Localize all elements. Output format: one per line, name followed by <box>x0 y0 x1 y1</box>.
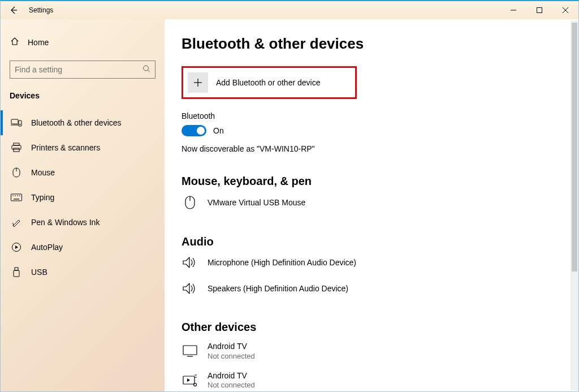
sidebar-item-printers[interactable]: Printers & scanners <box>1 135 165 160</box>
device-item[interactable]: Android TV Not connected <box>182 368 559 391</box>
bluetooth-toggle-row: On <box>182 125 559 136</box>
maximize-icon <box>537 7 542 13</box>
minimize-icon <box>511 7 516 13</box>
autoplay-icon <box>11 242 22 252</box>
printer-icon <box>11 143 22 153</box>
add-device-button[interactable]: Add Bluetooth or other device <box>182 66 357 99</box>
sidebar-item-label: Bluetooth & other devices <box>31 118 122 127</box>
plus-icon <box>188 72 208 93</box>
add-device-label: Add Bluetooth or other device <box>216 78 320 87</box>
svg-rect-13 <box>14 148 19 152</box>
back-arrow-icon <box>9 6 18 15</box>
nav-home[interactable]: Home <box>1 32 165 53</box>
discoverable-text: Now discoverable as "VM-WIN10-RP" <box>182 144 559 153</box>
home-icon <box>10 36 20 48</box>
speaker-icon <box>182 282 198 295</box>
mouse-icon <box>182 196 198 209</box>
svg-marker-31 <box>183 283 189 294</box>
sidebar-item-label: Pen & Windows Ink <box>31 218 100 227</box>
sidebar-item-usb[interactable]: USB <box>1 260 165 285</box>
svg-point-10 <box>20 124 21 125</box>
search-icon <box>142 65 150 75</box>
close-button[interactable] <box>552 1 578 19</box>
sidebar-item-label: Mouse <box>31 168 55 177</box>
back-button[interactable] <box>1 1 27 19</box>
search-input[interactable] <box>10 61 136 78</box>
scrollbar-thumb[interactable] <box>572 23 577 272</box>
group-other: Other devices Android TV Not connected <box>182 321 559 391</box>
group-title: Other devices <box>182 321 559 334</box>
group-audio: Audio Microphone (High Definition Audio … <box>182 235 559 305</box>
sidebar-item-autoplay[interactable]: AutoPlay <box>1 235 165 260</box>
maximize-button[interactable] <box>526 1 552 19</box>
bluetooth-toggle[interactable] <box>182 125 206 136</box>
device-item[interactable]: Speakers (High Definition Audio Device) <box>182 279 559 305</box>
group-title: Mouse, keyboard, & pen <box>182 175 559 188</box>
svg-rect-25 <box>14 270 19 277</box>
main-content: Bluetooth & other devices Add Bluetooth … <box>165 19 571 391</box>
svg-rect-32 <box>183 346 197 355</box>
laptop-speaker-icon <box>11 118 22 127</box>
window-title: Settings <box>29 6 53 14</box>
nav-home-label: Home <box>28 38 49 47</box>
sidebar-item-mouse[interactable]: Mouse <box>1 160 165 185</box>
svg-point-5 <box>144 66 149 71</box>
sidebar: Home Devices Bluetooth & other devices <box>1 19 165 391</box>
device-status: Not connected <box>208 381 255 390</box>
sidebar-section-title: Devices <box>1 79 165 105</box>
group-title: Audio <box>182 235 559 248</box>
keyboard-icon <box>11 193 22 201</box>
device-item[interactable]: Android TV Not connected <box>182 338 559 368</box>
device-status: Not connected <box>208 352 255 361</box>
group-input: Mouse, keyboard, & pen VMware Virtual US… <box>182 175 559 219</box>
tv-icon <box>182 345 198 357</box>
sidebar-nav: Bluetooth & other devices Printers & sca… <box>1 110 165 285</box>
toggle-state-label: On <box>213 126 224 135</box>
svg-rect-11 <box>14 143 19 145</box>
svg-rect-12 <box>12 145 21 149</box>
pen-icon <box>11 217 22 227</box>
device-item[interactable]: Microphone (High Definition Audio Device… <box>182 253 559 279</box>
svg-marker-23 <box>15 245 18 249</box>
svg-rect-24 <box>15 268 18 270</box>
device-label: Android TV <box>208 342 255 352</box>
svg-line-6 <box>148 70 150 72</box>
mouse-icon <box>11 167 22 178</box>
device-item[interactable]: VMware Virtual USB Mouse <box>182 192 559 219</box>
close-icon <box>563 7 568 13</box>
sidebar-item-label: AutoPlay <box>31 243 63 252</box>
media-device-icon <box>182 374 198 387</box>
device-label: Microphone (High Definition Audio Device… <box>208 258 356 267</box>
sidebar-item-typing[interactable]: Typing <box>1 185 165 210</box>
svg-rect-9 <box>19 120 21 126</box>
sidebar-item-bluetooth[interactable]: Bluetooth & other devices <box>1 110 165 135</box>
device-label: VMware Virtual USB Mouse <box>208 198 305 207</box>
main-pane: Bluetooth & other devices Add Bluetooth … <box>165 19 578 391</box>
window-controls <box>500 1 578 19</box>
svg-rect-7 <box>11 119 18 124</box>
svg-rect-16 <box>11 194 22 201</box>
window-body: Home Devices Bluetooth & other devices <box>1 19 578 391</box>
scrollbar-track[interactable] <box>571 20 578 390</box>
usb-icon <box>11 267 22 277</box>
search-container <box>10 61 155 79</box>
settings-window: Settings Home <box>0 0 579 392</box>
sidebar-item-pen[interactable]: Pen & Windows Ink <box>1 210 165 235</box>
titlebar: Settings <box>1 1 578 19</box>
sidebar-item-label: USB <box>31 268 47 277</box>
speaker-icon <box>182 256 198 269</box>
sidebar-item-label: Printers & scanners <box>31 143 100 152</box>
svg-marker-30 <box>183 257 189 268</box>
svg-marker-35 <box>187 378 190 382</box>
toggle-knob <box>197 127 205 135</box>
svg-rect-2 <box>537 8 542 13</box>
page-title: Bluetooth & other devices <box>182 35 559 53</box>
search-box[interactable] <box>10 61 155 79</box>
device-label: Android TV <box>208 371 255 381</box>
device-label: Speakers (High Definition Audio Device) <box>208 284 348 293</box>
sidebar-item-label: Typing <box>31 193 54 202</box>
bluetooth-heading: Bluetooth <box>182 111 559 120</box>
minimize-button[interactable] <box>500 1 526 19</box>
svg-point-36 <box>194 383 197 386</box>
